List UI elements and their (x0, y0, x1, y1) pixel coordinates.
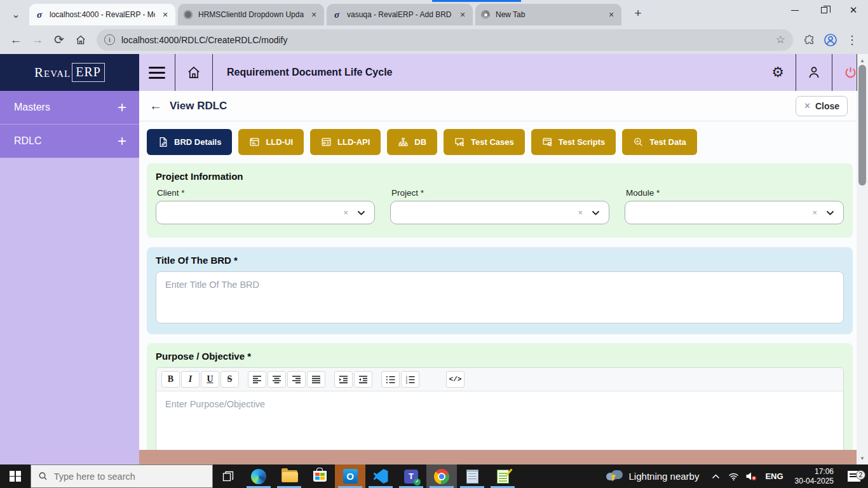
back-icon[interactable]: ← (5, 29, 27, 51)
tab-brd-details[interactable]: BRD Details (147, 129, 232, 155)
tab-db[interactable]: DB (387, 129, 437, 155)
align-left-button[interactable] (248, 371, 266, 388)
new-tab-button[interactable]: + (629, 4, 647, 22)
browser-tab-1[interactable]: σ localhost:4000 - RevalERP - Mod ✕ (29, 4, 175, 25)
taskbar-store[interactable] (304, 464, 335, 488)
tab-close-icon[interactable]: ✕ (309, 10, 319, 20)
hamburger-menu-icon[interactable] (139, 54, 175, 91)
scroll-up-icon[interactable]: ▲ (857, 55, 868, 65)
app-title: Requirement Document Life Cycle (227, 67, 760, 78)
wifi-icon[interactable] (724, 472, 742, 481)
tab-search-icon[interactable]: ⌄ (6, 5, 25, 23)
clear-icon[interactable]: × (578, 208, 583, 217)
time-label: 17:06 (795, 467, 834, 477)
vscode-icon (374, 469, 388, 484)
search-chart-icon (633, 137, 644, 147)
outdent-button[interactable] (354, 371, 372, 388)
align-center-button[interactable] (268, 371, 286, 388)
taskbar-search-input[interactable] (54, 471, 205, 482)
date-label: 30-04-2025 (795, 477, 834, 486)
profile-avatar-icon[interactable] (820, 29, 841, 51)
notification-center-button[interactable]: 2 (840, 471, 868, 482)
address-bar[interactable]: i localhost:4000/RDLC/CreateRDLC/modify … (97, 29, 793, 51)
logo-text-reval: Reval (34, 65, 71, 81)
tab-test-cases[interactable]: Test Cases (444, 129, 525, 155)
align-right-button[interactable] (287, 371, 306, 388)
taskbar-outlook[interactable]: O (335, 464, 365, 488)
taskbar-clock[interactable]: 17:06 30-04-2025 (789, 467, 840, 486)
purpose-editor[interactable]: Enter Purpose/Objective (156, 391, 843, 452)
tab-close-icon[interactable]: ✕ (160, 10, 170, 20)
taskbar-weather[interactable]: Lightning nearby (597, 470, 707, 483)
align-justify-button[interactable] (307, 371, 325, 388)
sidebar-item-rdlc[interactable]: RDLC + (0, 125, 139, 158)
taskbar-teams[interactable]: T ✓ (396, 464, 426, 488)
chevron-down-icon (592, 210, 600, 215)
brd-title-input[interactable] (156, 271, 844, 323)
scroll-down-icon[interactable]: ▼ (857, 453, 868, 463)
indent-button[interactable] (334, 371, 353, 388)
bold-button[interactable]: B (161, 371, 180, 388)
task-view-button[interactable] (213, 464, 243, 488)
site-info-icon[interactable]: i (104, 34, 115, 45)
strikethrough-button[interactable]: S (220, 371, 239, 388)
volume-muted-icon[interactable] (742, 471, 760, 481)
taskbar-search[interactable] (31, 464, 213, 488)
scrollbar-thumb[interactable] (858, 65, 866, 186)
unordered-list-button[interactable] (381, 371, 400, 388)
field-label: Module * (626, 188, 844, 198)
app-home-icon[interactable] (175, 54, 212, 91)
chat-search-icon (454, 137, 465, 147)
clear-icon[interactable]: × (343, 208, 348, 217)
reload-icon[interactable]: ⟳ (48, 29, 70, 51)
code-view-button[interactable]: </> (446, 371, 465, 388)
settings-gear-icon[interactable]: ⚙ (760, 54, 796, 91)
tab-close-icon[interactable]: ✕ (458, 10, 468, 20)
expand-plus-icon[interactable]: + (118, 100, 126, 115)
language-indicator[interactable]: ENG (760, 471, 788, 481)
taskbar-edge[interactable] (243, 464, 274, 488)
tray-chevron-icon[interactable] (707, 474, 724, 479)
restore-button[interactable] (810, 0, 839, 20)
forward-icon[interactable]: → (27, 29, 48, 51)
project-field: Project * × (390, 188, 609, 224)
taskbar-notepad[interactable] (457, 464, 487, 488)
windows-logo-icon (10, 471, 21, 482)
tab-test-data[interactable]: Test Data (622, 129, 697, 155)
tab-lld-api[interactable]: LLD-API (310, 129, 381, 155)
extensions-icon[interactable] (798, 29, 820, 51)
project-select[interactable]: × (390, 201, 609, 224)
underline-button[interactable]: U (201, 371, 219, 388)
bookmark-star-icon[interactable]: ☆ (776, 33, 785, 46)
ordered-list-button[interactable]: 123 (401, 371, 419, 388)
page-back-icon[interactable]: ← (149, 98, 162, 113)
home-icon[interactable] (70, 29, 92, 51)
minimize-button[interactable]: — (780, 0, 810, 20)
tab-lld-ui[interactable]: LLD-UI (238, 129, 304, 155)
tab-close-icon[interactable]: ✕ (606, 10, 616, 20)
clear-icon[interactable]: × (812, 208, 817, 217)
url-text[interactable]: localhost:4000/RDLC/CreateRDLC/modify (121, 35, 770, 45)
file-explorer-icon (281, 470, 297, 482)
taskbar-chrome[interactable] (426, 464, 457, 488)
expand-plus-icon[interactable]: + (118, 133, 126, 149)
user-profile-icon[interactable] (796, 54, 832, 91)
browser-tab-2[interactable]: HRMSClientId Dropdown Updat ✕ (178, 4, 324, 25)
close-button[interactable]: ✕ Close (796, 96, 848, 116)
sidebar-item-label: Masters (14, 102, 50, 113)
browser-tab-3[interactable]: σ vasuqa - RevalERP - Add BRD D ✕ (327, 4, 473, 25)
browser-menu-icon[interactable]: ⋮ (841, 29, 863, 51)
window-close-button[interactable]: ✕ (839, 0, 868, 20)
taskbar-notepadpp[interactable] (487, 464, 518, 488)
client-select[interactable]: × (156, 201, 375, 224)
tab-test-scripts[interactable]: Test Scripts (531, 129, 616, 155)
module-select[interactable]: × (625, 201, 844, 224)
page-scrollbar[interactable]: ▲ ▼ (857, 54, 868, 464)
taskbar-vscode[interactable] (365, 464, 396, 488)
italic-button[interactable]: I (181, 371, 200, 388)
sidebar-item-masters[interactable]: Masters + (0, 91, 139, 125)
taskbar-file-explorer[interactable] (274, 464, 304, 488)
browser-tab-4[interactable]: New Tab ✕ (475, 4, 621, 25)
start-button[interactable] (0, 464, 31, 488)
window-api-icon (321, 137, 332, 147)
